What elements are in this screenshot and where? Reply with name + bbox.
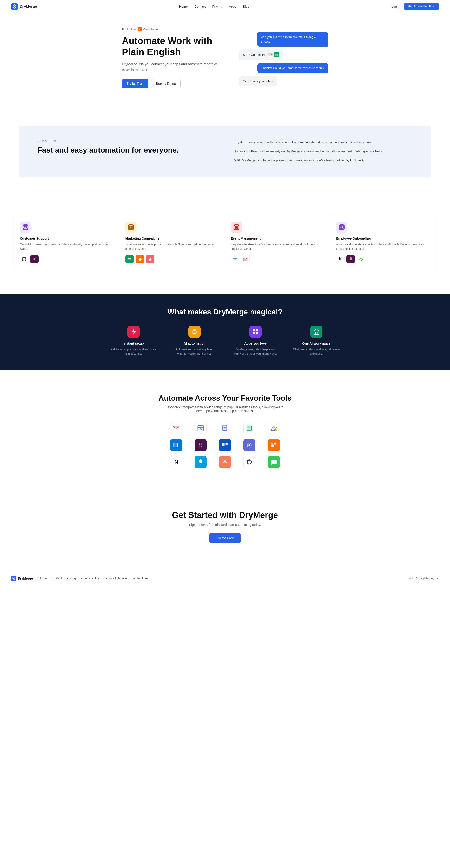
- hubspot-integration: [219, 456, 231, 468]
- svg-point-38: [195, 332, 196, 333]
- vision-label: OUR VISION: [37, 140, 216, 143]
- magic-feature-title-1: Instant setup: [110, 342, 157, 345]
- svg-point-74: [226, 462, 227, 463]
- use-case-title-3: Event Management: [231, 237, 325, 240]
- use-case-icon-1: [20, 222, 31, 233]
- vision-para-3: With DryMerge, you have the power to aut…: [234, 158, 413, 163]
- footer-link-home[interactable]: Home: [39, 577, 47, 580]
- magic-feature-title-3: Apps you love: [232, 342, 279, 345]
- gdocs-integration: [219, 422, 231, 434]
- nav-apps[interactable]: Apps: [229, 5, 236, 8]
- svg-rect-66: [226, 443, 228, 445]
- footer-link-terms[interactable]: Terms of Service: [104, 577, 127, 580]
- apps-icon: [249, 326, 262, 338]
- magic-feature-1: Instant setup Ask for what you want and …: [110, 326, 157, 356]
- use-case-icon-2: [125, 222, 137, 233]
- navbar: DryMerge Home Contact Pricing Apps Blog …: [0, 0, 450, 13]
- use-case-logos-3: 31: [231, 255, 325, 263]
- svg-point-61: [199, 443, 200, 445]
- hero-left: Backed by Y Combinator Automate Work wit…: [122, 27, 220, 88]
- svg-rect-5: [275, 54, 278, 56]
- nav-home[interactable]: Home: [179, 5, 188, 8]
- try-free-button[interactable]: Try for Free: [122, 79, 148, 88]
- magic-feature-2: AI automation Automations work at any ho…: [171, 326, 218, 356]
- airtable-integration: [268, 439, 280, 451]
- svg-point-37: [193, 332, 194, 333]
- slack-integration: [194, 439, 207, 451]
- logo-icon: [11, 3, 18, 10]
- ai-automation-icon: [188, 326, 201, 338]
- nav-pricing[interactable]: Pricing: [212, 5, 222, 8]
- footer-link-limited[interactable]: Limited Use: [132, 577, 148, 580]
- svg-rect-46: [223, 425, 227, 431]
- nav-contact[interactable]: Contact: [194, 5, 206, 8]
- nav-right: Log in Get Started for Free: [391, 3, 439, 10]
- chat-bubble-1: Can you put my customers into a Google S…: [257, 32, 328, 46]
- integrations-grid: 31 N: [167, 422, 283, 468]
- magic-title: What makes DryMerge magical?: [19, 308, 431, 316]
- combinator-label: Combinator: [143, 28, 159, 31]
- use-cases-section: Customer Support Get GitHub issues from …: [0, 201, 450, 284]
- instant-setup-icon: [127, 326, 140, 338]
- magic-feature-4: One AI workspace Chat, automation, and i…: [293, 326, 340, 356]
- slack-logo-2: #: [347, 255, 355, 263]
- hero-subtitle: DryMerge lets you connect your apps and …: [122, 61, 220, 73]
- svg-rect-69: [271, 444, 274, 447]
- vision-left: OUR VISION Fast and easy automation for …: [37, 140, 216, 155]
- use-case-desc-2: Schedule social media posts from Google …: [125, 242, 219, 251]
- nav-cta-button[interactable]: Get Started for Free: [404, 3, 439, 10]
- vision-section: OUR VISION Fast and easy automation for …: [19, 126, 431, 177]
- footer-links: Home Contact Pricing Privacy Policy Term…: [39, 577, 148, 580]
- magic-feature-desc-2: Automations work at any hour, whether yo…: [171, 347, 218, 356]
- footer-logo: DryMerge: [11, 576, 33, 581]
- footer-left: DryMerge Home Contact Pricing Privacy Po…: [11, 576, 148, 581]
- hero-buttons: Try for Free Book a Demo: [122, 79, 220, 88]
- footer-link-pricing[interactable]: Pricing: [66, 577, 76, 580]
- cta-section: Get Started with DryMerge Sign up for a …: [0, 492, 450, 562]
- use-case-logos-4: N #: [336, 255, 430, 263]
- footer: DryMerge Home Contact Pricing Privacy Po…: [0, 571, 450, 586]
- nav-blog[interactable]: Blog: [243, 5, 249, 8]
- github-logo: [20, 255, 28, 263]
- hero-chat: Can you put my customers into a Google S…: [239, 27, 328, 86]
- footer-logo-icon: [11, 576, 17, 581]
- vision-para-1: DryMerge was created with the vision tha…: [234, 140, 413, 145]
- hero-section: Backed by Y Combinator Automate Work wit…: [0, 13, 450, 102]
- use-case-logos-1: #: [20, 255, 114, 263]
- book-demo-button[interactable]: Book a Demo: [151, 79, 181, 88]
- use-case-icon-3: [231, 222, 242, 233]
- gmail-logo: [241, 255, 250, 263]
- nav-logo[interactable]: DryMerge: [11, 3, 37, 10]
- messages-integration: [268, 456, 280, 468]
- footer-link-contact[interactable]: Contact: [51, 577, 62, 580]
- yc-badge: Y: [138, 27, 142, 31]
- integrations-title: Automate Across Your Favorite Tools: [19, 394, 431, 402]
- use-cases-row: Customer Support Get GitHub issues from …: [14, 215, 436, 270]
- footer-logo-text: DryMerge: [18, 577, 33, 580]
- hero-backed: Backed by Y Combinator: [122, 27, 220, 31]
- login-link[interactable]: Log in: [391, 5, 400, 8]
- svg-rect-42: [256, 333, 258, 334]
- vision-para-2: Today, countless businesses rely on DryM…: [234, 149, 413, 154]
- use-case-desc-3: Register attendees to a Google Calendar …: [231, 242, 325, 251]
- backed-label: Backed by: [122, 28, 136, 31]
- hero-title: Automate Work with Plain English: [122, 35, 220, 58]
- svg-point-68: [248, 444, 250, 446]
- notion-logo: N: [336, 255, 344, 263]
- svg-text:31: 31: [234, 259, 236, 261]
- nav-links: Home Contact Pricing Apps Blog: [179, 5, 249, 8]
- svg-rect-16: [128, 258, 131, 260]
- gsheets-integration: [243, 422, 256, 434]
- slack-logo-1: #: [30, 255, 39, 263]
- svg-marker-20: [148, 257, 152, 261]
- cta-try-free-button[interactable]: Try for Free: [209, 533, 241, 543]
- gdrive-integration: [268, 422, 280, 434]
- use-case-desc-1: Get GitHub issues from customer Slack an…: [20, 242, 114, 251]
- magic-section: What makes DryMerge magical? Instant set…: [0, 293, 450, 370]
- use-case-onboarding: Employee Onboarding Automatically create…: [330, 215, 436, 270]
- footer-link-privacy[interactable]: Privacy Policy: [81, 577, 100, 580]
- cta-subtitle: Sign up for a free trial and start autom…: [19, 523, 431, 527]
- use-case-events: Event Management Register attendees to a…: [225, 215, 330, 270]
- svg-rect-41: [253, 333, 255, 334]
- github-integration: [243, 456, 256, 468]
